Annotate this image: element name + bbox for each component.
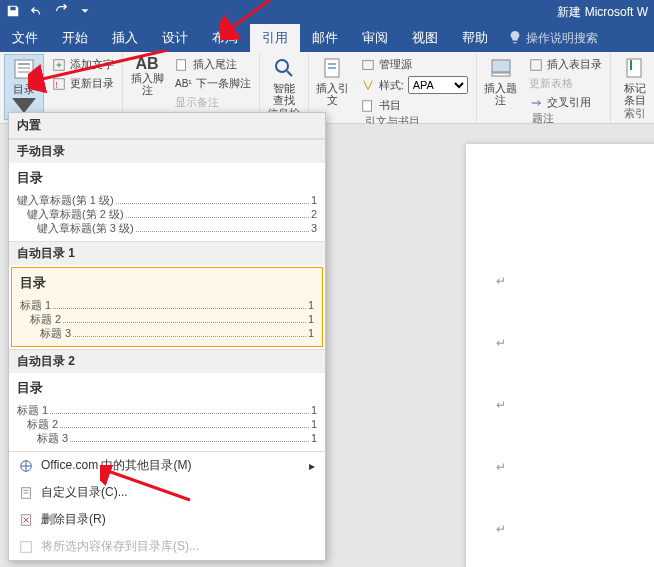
qat-dropdown-icon[interactable] — [78, 4, 92, 21]
insert-caption-button[interactable]: 插入题注 — [481, 54, 521, 106]
svg-rect-14 — [492, 73, 510, 76]
paragraph-mark — [496, 398, 654, 412]
tab-references[interactable]: 引用 — [250, 24, 300, 52]
toc-dropdown: 内置 手动目录 目录 键入章标题(第 1 级)1 键入章标题(第 2 级)2 键… — [8, 112, 326, 561]
gallery-item-auto1[interactable]: 目录 标题 11 标题 21 标题 31 — [11, 267, 323, 347]
insert-citation-button[interactable]: 插入引文 — [313, 54, 353, 106]
insert-tof-button[interactable]: 插入表目录 — [525, 56, 606, 73]
quick-access-toolbar — [6, 4, 92, 21]
paragraph-mark — [496, 522, 654, 536]
svg-rect-0 — [15, 60, 33, 78]
window-title: 新建 Microsoft W — [557, 4, 648, 21]
tab-mailings[interactable]: 邮件 — [300, 24, 350, 52]
insert-footnote-button[interactable]: AB 插入脚注 — [127, 54, 167, 96]
add-text-button[interactable]: 添加文字 — [48, 56, 118, 73]
more-from-office-item[interactable]: Office.com 中的其他目录(M) ▸ — [9, 452, 325, 479]
show-notes-button[interactable]: 显示备注 — [171, 94, 255, 111]
remove-toc-item[interactable]: 删除目录(R) — [9, 506, 325, 533]
save-icon[interactable] — [6, 4, 20, 21]
svg-rect-13 — [492, 60, 510, 72]
citation-style-select[interactable]: 样式: APA — [357, 75, 472, 95]
next-footnote-button[interactable]: AB¹下一条脚注 — [171, 75, 255, 92]
redo-icon[interactable] — [54, 4, 68, 21]
tab-file[interactable]: 文件 — [0, 24, 50, 52]
svg-rect-12 — [362, 100, 371, 111]
tell-me-search[interactable]: 操作说明搜索 — [500, 24, 606, 52]
tab-insert[interactable]: 插入 — [100, 24, 150, 52]
save-icon — [19, 540, 33, 554]
svg-line-9 — [287, 71, 292, 76]
update-toc-button[interactable]: !更新目录 — [48, 75, 118, 92]
paragraph-mark — [496, 336, 654, 350]
tab-help[interactable]: 帮助 — [450, 24, 500, 52]
tab-home[interactable]: 开始 — [50, 24, 100, 52]
toc-button[interactable]: 目录 — [4, 54, 44, 120]
svg-text:!: ! — [56, 79, 58, 89]
svg-point-8 — [276, 60, 288, 72]
paragraph-mark — [496, 274, 654, 288]
insert-endnote-button[interactable]: 插入尾注 — [171, 56, 255, 73]
title-bar: 新建 Microsoft W — [0, 0, 654, 24]
svg-rect-7 — [177, 59, 186, 70]
document-icon — [19, 486, 33, 500]
svg-rect-16 — [627, 59, 641, 77]
svg-rect-11 — [362, 60, 373, 69]
custom-toc-item[interactable]: 自定义目录(C)... — [9, 479, 325, 506]
svg-rect-15 — [530, 59, 541, 70]
save-to-gallery-item: 将所选内容保存到目录库(S)... — [9, 533, 325, 560]
gallery-title-auto2: 自动目录 2 — [9, 349, 325, 373]
tab-layout[interactable]: 布局 — [200, 24, 250, 52]
globe-icon — [19, 459, 33, 473]
chevron-right-icon: ▸ — [309, 459, 315, 473]
lightbulb-icon — [508, 30, 522, 47]
gallery-item-auto2[interactable]: 目录 标题 11 标题 21 标题 31 — [9, 373, 325, 451]
update-tof-button[interactable]: 更新表格 — [525, 75, 606, 92]
manage-sources-button[interactable]: 管理源 — [357, 56, 472, 73]
gallery-title-manual: 手动目录 — [9, 139, 325, 163]
dropdown-section-builtin: 内置 — [9, 113, 325, 139]
bibliography-button[interactable]: 书目 — [357, 97, 472, 114]
menu-bar: 文件 开始 插入 设计 布局 引用 邮件 审阅 视图 帮助 操作说明搜索 — [0, 24, 654, 52]
mark-entry-button[interactable]: 标记 条目 — [615, 54, 654, 106]
delete-icon — [19, 513, 33, 527]
svg-rect-22 — [21, 541, 32, 552]
document-page[interactable] — [466, 144, 654, 567]
tab-review[interactable]: 审阅 — [350, 24, 400, 52]
ribbon-group-captions: 插入题注 插入表目录 更新表格 交叉引用 题注 — [477, 52, 611, 123]
undo-icon[interactable] — [30, 4, 44, 21]
style-dropdown[interactable]: APA — [408, 76, 468, 94]
ribbon-group-index: 标记 条目 索引 — [611, 52, 654, 123]
ribbon-group-citations: 插入引文 管理源 样式: APA 书目 引文与书目 — [309, 52, 477, 123]
gallery-item-manual[interactable]: 目录 键入章标题(第 1 级)1 键入章标题(第 2 级)2 键入章标题(第 3… — [9, 163, 325, 241]
cross-reference-button[interactable]: 交叉引用 — [525, 94, 606, 111]
gallery-title-auto1: 自动目录 1 — [9, 241, 325, 265]
tab-view[interactable]: 视图 — [400, 24, 450, 52]
smart-lookup-button[interactable]: 智能 查找 — [264, 54, 304, 106]
tab-design[interactable]: 设计 — [150, 24, 200, 52]
paragraph-mark — [496, 460, 654, 474]
